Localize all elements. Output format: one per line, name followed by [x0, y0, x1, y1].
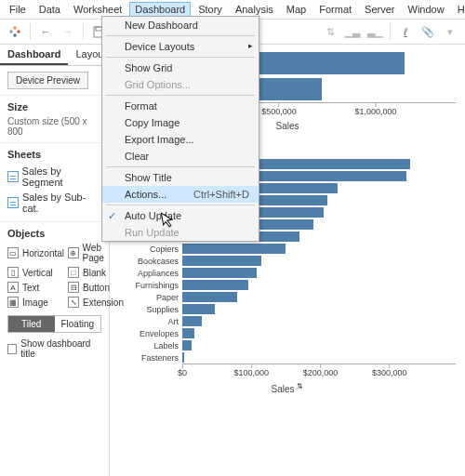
tab-dashboard[interactable]: Dashboard	[0, 45, 68, 65]
bar-row[interactable]: Furnishings	[119, 279, 456, 291]
bar[interactable]	[182, 328, 194, 338]
object-image[interactable]: ▦Image	[7, 297, 64, 308]
sheet-icon	[7, 171, 19, 182]
image-icon: ▦	[7, 297, 19, 308]
show-title-checkbox-row[interactable]: Show dashboard title	[7, 338, 101, 359]
menu-item-new-dashboard[interactable]: New Dashboard	[102, 17, 259, 33]
axis-tick: $200,000	[303, 364, 339, 377]
object-label: Button	[83, 283, 110, 293]
bar[interactable]	[182, 292, 237, 302]
device-preview-button[interactable]: Device Preview	[7, 72, 88, 89]
sheets-heading: Sheets	[7, 149, 101, 160]
bar-label: Fasteners	[119, 353, 182, 363]
menu-item-auto-update[interactable]: Auto Update	[102, 207, 259, 224]
menu-item-show-grid[interactable]: Show Grid	[102, 60, 259, 76]
checkbox-icon[interactable]	[7, 344, 17, 354]
menu-item-actions-[interactable]: Actions...Ctrl+Shift+D	[102, 186, 259, 203]
bar-label: Envelopes	[119, 329, 182, 338]
swap-icon[interactable]: ⇅	[321, 22, 339, 41]
menu-dashboard[interactable]: Dashboard	[129, 2, 191, 17]
menu-analysis[interactable]: Analysis	[230, 2, 279, 17]
bar-label: Copiers	[119, 245, 182, 254]
vertical-icon: ▯	[7, 267, 19, 278]
forward-icon[interactable]: →	[59, 22, 77, 41]
sort-indicator-icon[interactable]: ⇅	[297, 382, 303, 390]
tiled-floating-toggle[interactable]: Tiled Floating	[7, 315, 101, 333]
size-value[interactable]: Custom size (500 x 800	[7, 116, 101, 137]
menu-item-copy-image[interactable]: Copy Image	[102, 114, 259, 131]
bar-row[interactable]: Supplies	[119, 303, 456, 315]
sheet-item[interactable]: Sales by Sub-cat.	[7, 190, 101, 216]
sort-desc-icon[interactable]: ▃▁	[365, 22, 384, 41]
objects-heading: Objects	[7, 228, 101, 239]
axis-tick: $500,000	[261, 103, 297, 116]
sort-asc-icon[interactable]: ▁▃	[343, 22, 362, 41]
axis-tick: $0	[178, 364, 187, 377]
axis-tick: $100,000	[234, 364, 270, 377]
bar-row[interactable]: Art	[119, 315, 456, 327]
x-axis: $0$100,000$200,000$300,000	[182, 364, 456, 380]
menu-format[interactable]: Format	[313, 2, 357, 17]
highlight-icon[interactable]: ℓ	[396, 22, 415, 41]
bar-row[interactable]: Bookcases	[119, 255, 456, 267]
object-label: Horizontal	[22, 248, 64, 258]
horizontal-icon: ▭	[7, 247, 19, 258]
floating-option[interactable]: Floating	[55, 316, 101, 332]
object-text[interactable]: AText	[7, 282, 64, 293]
menu-file[interactable]: File	[4, 2, 32, 17]
menu-item-export-image-[interactable]: Export Image...	[102, 131, 259, 148]
show-title-label: Show dashboard title	[20, 338, 101, 359]
bar[interactable]	[182, 304, 215, 314]
menu-data[interactable]: Data	[33, 2, 66, 17]
menu-window[interactable]: Window	[403, 2, 450, 17]
x-axis-label: Sales ⇅	[119, 382, 456, 394]
sheet-icon	[7, 197, 19, 208]
blank-icon: □	[68, 267, 79, 278]
text-icon: A	[7, 282, 19, 293]
sidebar: Dashboard Layout Device Preview Size Cus…	[0, 45, 110, 476]
sheet-label: Sales by Segment	[22, 165, 101, 188]
bar[interactable]	[182, 268, 257, 278]
object-label: Blank	[83, 268, 106, 278]
bar-label: Labels	[119, 341, 182, 350]
bar-row[interactable]: Fasteners	[119, 351, 456, 364]
bar[interactable]	[182, 316, 202, 326]
bar-row[interactable]: Copiers	[119, 243, 456, 255]
menu-item-show-title[interactable]: Show Title	[102, 169, 259, 186]
bar-row[interactable]: Envelopes	[119, 327, 456, 339]
bar-row[interactable]: Appliances	[119, 267, 456, 279]
dropdown-icon[interactable]: ▾	[441, 22, 459, 41]
bar[interactable]	[182, 340, 192, 350]
dashboard-menu-dropdown: New DashboardDevice LayoutsShow GridGrid…	[101, 16, 259, 242]
bar[interactable]	[182, 256, 261, 266]
object-vertical[interactable]: ▯Vertical	[7, 267, 64, 278]
back-icon[interactable]: ←	[36, 22, 55, 41]
bar-row[interactable]: Paper	[119, 291, 456, 303]
bar-label: Supplies	[119, 305, 182, 314]
sidebar-tabs: Dashboard Layout	[0, 45, 109, 66]
bar[interactable]	[182, 280, 248, 290]
bar-label: Furnishings	[119, 281, 182, 290]
menu-story[interactable]: Story	[193, 2, 228, 17]
bar-label: Bookcases	[119, 257, 182, 266]
menu-map[interactable]: Map	[281, 2, 312, 17]
object-horizontal[interactable]: ▭Horizontal	[7, 243, 64, 263]
tiled-option[interactable]: Tiled	[8, 316, 55, 332]
bar-label: Appliances	[119, 269, 182, 278]
menu-item-run-update: Run Update	[102, 224, 259, 241]
bar[interactable]	[182, 352, 184, 363]
bar[interactable]	[182, 244, 286, 254]
menu-item-clear[interactable]: Clear	[102, 148, 259, 165]
object-label: Vertical	[22, 268, 53, 278]
menu-item-device-layouts[interactable]: Device Layouts	[102, 38, 259, 55]
menu-worksheet[interactable]: Worksheet	[68, 2, 127, 17]
attach-icon[interactable]: 📎	[418, 22, 437, 41]
menu-item-format[interactable]: Format	[102, 98, 259, 114]
bar-row[interactable]: Labels	[119, 339, 456, 351]
sheet-label: Sales by Sub-cat.	[22, 192, 101, 214]
sheet-item[interactable]: Sales by Segment	[7, 164, 101, 190]
menu-help[interactable]: Help	[452, 2, 465, 17]
menu-server[interactable]: Server	[359, 2, 400, 17]
bar-label: Paper	[119, 293, 182, 302]
objects-grid: ▭Horizontal⊕Web Page▯Vertical□BlankAText…	[7, 243, 101, 308]
